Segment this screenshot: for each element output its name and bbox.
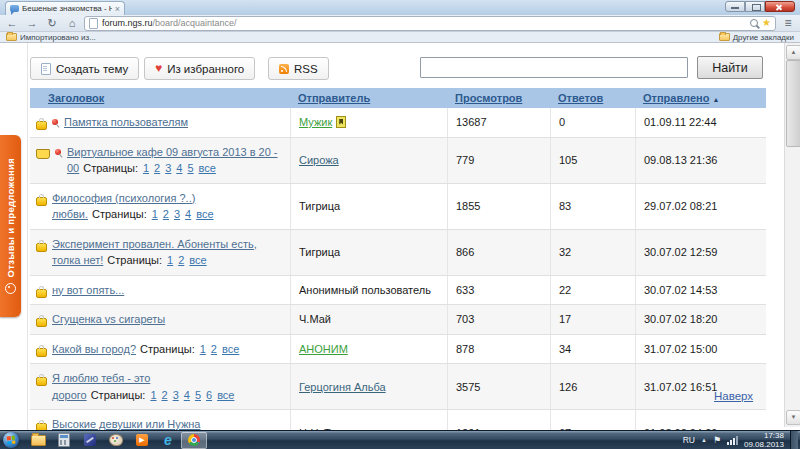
pages-nav: Страницы:12все [136, 343, 239, 355]
bookmark-other[interactable]: Другие закладки [719, 33, 794, 42]
maximize-button[interactable] [745, 1, 765, 12]
search-button[interactable]: Найти [697, 56, 763, 79]
topic-cell: Эксперимент провален. Абоненты есть, тол… [30, 230, 290, 275]
page-link[interactable]: 4 [176, 162, 182, 174]
sender-link[interactable]: Герцогиня Альба [299, 381, 386, 393]
taskbar-ie-button[interactable]: e [155, 432, 181, 449]
page-link[interactable]: 1 [167, 254, 173, 266]
taskbar-chrome-button[interactable] [181, 432, 207, 449]
page-link[interactable]: 5 [187, 162, 193, 174]
page-link[interactable]: 4 [185, 208, 191, 220]
sender-link[interactable]: АНОНИМ [299, 343, 348, 355]
lock-icon [36, 197, 47, 206]
language-indicator[interactable]: RU [683, 435, 695, 445]
page-link[interactable]: 4 [184, 389, 190, 401]
topic-link[interactable]: Памятка пользователям [64, 116, 188, 128]
date-cell: 01.09.11 22:44 [635, 108, 766, 137]
all-pages-link[interactable]: все [189, 254, 206, 266]
favorites-button[interactable]: ♥ Из избранного [144, 57, 255, 80]
topic-link[interactable]: Какой вы город? [52, 343, 136, 355]
page-link[interactable]: 1 [152, 208, 158, 220]
lock-icon [36, 318, 47, 327]
forward-button[interactable]: → [24, 16, 40, 30]
browser-toolbar: ← → ↻ ⌂ forum.ngs.ru/board/acquaintance/… [0, 15, 800, 32]
taskbar-mediaplayer-button[interactable]: ▶ [129, 432, 155, 449]
header-sent: Отправлено▲ [635, 92, 766, 104]
tray-date: 09.08.2013 [744, 440, 784, 449]
pages-label: Страницы: [140, 343, 195, 355]
show-desktop-button[interactable] [790, 431, 798, 449]
tab-close-icon[interactable]: × [115, 5, 120, 13]
address-bar[interactable]: forum.ngs.ru/board/acquaintance/ ★ [84, 16, 776, 31]
page-link[interactable]: 3 [165, 162, 171, 174]
page-link[interactable]: 1 [200, 343, 206, 355]
topic-link[interactable]: Сгущенка vs сигареты [52, 313, 165, 325]
topic-link[interactable]: ну вот опять... [52, 284, 124, 296]
all-pages-link[interactable]: все [222, 343, 239, 355]
header-title: Заголовок [30, 92, 290, 104]
page-links: 123456все [145, 389, 234, 401]
views-cell: 633 [447, 276, 550, 305]
menu-icon[interactable]: ≡ [780, 16, 796, 30]
feedback-tab[interactable]: Отзывы и предложения [0, 135, 21, 317]
reload-button[interactable]: ↻ [44, 16, 60, 30]
sender-cell: АНОНИМ [290, 335, 447, 364]
back-button[interactable]: ← [4, 16, 20, 30]
scroll-down-button[interactable]: ▼ [786, 410, 800, 425]
network-icon[interactable] [727, 436, 738, 445]
page-link[interactable]: 3 [174, 208, 180, 220]
taskbar-calculator-button[interactable] [51, 432, 77, 449]
page-link[interactable]: 2 [211, 343, 217, 355]
home-button[interactable]: ⌂ [64, 16, 80, 30]
page-link[interactable]: 5 [195, 389, 201, 401]
all-pages-link[interactable]: все [199, 162, 216, 174]
chat-bubble-icon [5, 283, 16, 294]
bookmark-imported[interactable]: Импортировано из... [6, 33, 96, 42]
browser-tab[interactable]: Бешеные знакомства - Н × [5, 1, 125, 15]
scrollbar[interactable]: ▲ ▼ [784, 43, 800, 427]
table-row: Памятка пользователям Мужик 13687 0 01.0… [30, 108, 766, 138]
header-sender-link[interactable]: Отправитель [298, 92, 370, 104]
all-pages-link[interactable]: все [217, 389, 234, 401]
table-row: Я люблю тебя - это дорогоСтраницы:123456… [30, 364, 766, 410]
feedback-tab-label: Отзывы и предложения [5, 158, 16, 277]
close-button[interactable] [765, 1, 795, 12]
sender-link[interactable]: Сирожа [299, 154, 339, 166]
sender-link[interactable]: Мужик [299, 116, 332, 128]
header-title-link[interactable]: Заголовок [48, 92, 104, 104]
page-link[interactable]: 1 [150, 389, 156, 401]
page-link[interactable]: 6 [206, 389, 212, 401]
sender-cell: Анонимный пользователь [290, 276, 447, 305]
scrollbar-thumb[interactable] [786, 60, 800, 147]
page-link[interactable]: 2 [162, 389, 168, 401]
back-to-top-link[interactable]: Наверх [714, 390, 753, 402]
pages-nav: Страницы:1234все [88, 208, 214, 220]
header-sent-link[interactable]: Отправлено [643, 92, 709, 104]
taskbar-explorer-button[interactable] [25, 432, 51, 449]
search-input[interactable] [420, 57, 688, 78]
bookmark-star-icon[interactable]: ★ [762, 18, 771, 28]
create-topic-button[interactable]: Создать тему [30, 57, 139, 80]
taskbar-moviemaker-button[interactable] [77, 432, 103, 449]
page-link[interactable]: 1 [143, 162, 149, 174]
page-link[interactable]: 2 [154, 162, 160, 174]
book-icon [36, 149, 50, 159]
all-pages-link[interactable]: все [196, 208, 213, 220]
header-replies-link[interactable]: Ответов [558, 92, 603, 104]
page-icon [89, 18, 98, 29]
rss-button[interactable]: RSS [268, 57, 329, 80]
taskbar-paint-button[interactable] [103, 432, 129, 449]
table-row: Виртуальное кафе 09 августа 2013 в 20 - … [30, 138, 766, 184]
page-link[interactable]: 2 [163, 208, 169, 220]
page-link[interactable]: 2 [178, 254, 184, 266]
search-icon[interactable] [750, 19, 758, 27]
minimize-button[interactable] [725, 1, 745, 12]
header-views-link[interactable]: Просмотров [455, 92, 522, 104]
tray-expand-icon[interactable]: ▲ [701, 437, 707, 443]
action-center-icon[interactable]: ⚑ [713, 435, 721, 445]
start-button[interactable] [3, 432, 19, 448]
page-link[interactable]: 3 [173, 389, 179, 401]
scroll-up-button[interactable]: ▲ [786, 45, 800, 60]
bookmark-other-label: Другие закладки [733, 33, 794, 42]
clock[interactable]: 17:38 09.08.2013 [744, 431, 784, 449]
